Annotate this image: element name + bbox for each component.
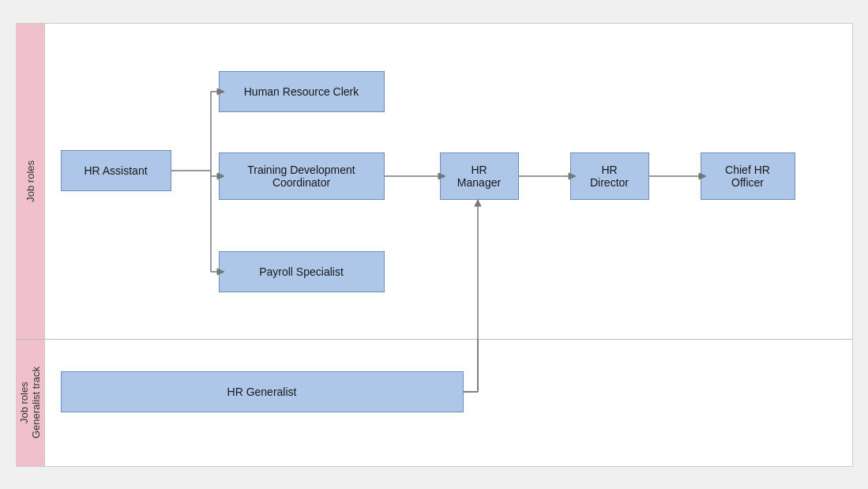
hr-assistant-box: HR Assistant (61, 150, 171, 191)
training-dev-coord-box: Training Development Coordinator (219, 152, 385, 200)
top-content-area: HR Assistant Human Resource Clerk Traini… (45, 24, 852, 339)
section-bottom: Job roles Generalist track HR Generalist (17, 340, 852, 466)
diagram-container: Job roles HR Assistant Human Resource Cl… (16, 23, 853, 467)
payroll-specialist-box: Payroll Specialist (219, 251, 385, 292)
sidebar-job-roles: Job roles (17, 24, 45, 339)
sidebar-generalist-track: Job roles Generalist track (17, 340, 45, 466)
hr-resource-clerk-box: Human Resource Clerk (219, 71, 385, 112)
hr-manager-box: HR Manager (440, 152, 519, 200)
hr-generalist-box: HR Generalist (61, 371, 464, 412)
bottom-content-area: HR Generalist (45, 340, 852, 466)
hr-director-box: HR Director (570, 152, 649, 200)
chief-hr-officer-box: Chief HR Officer (701, 152, 795, 200)
section-top: Job roles HR Assistant Human Resource Cl… (17, 24, 852, 340)
